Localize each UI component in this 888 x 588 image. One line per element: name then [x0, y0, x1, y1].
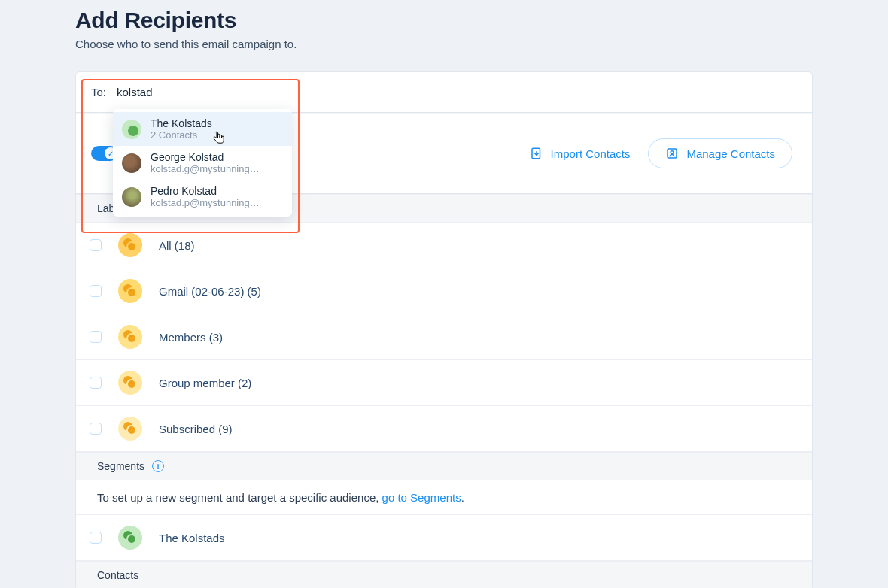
label-text: Members (3) — [159, 331, 223, 344]
segment-row[interactable]: The Kolstads — [76, 515, 812, 561]
label-row[interactable]: Members (3) — [76, 314, 812, 360]
contacts-section-header: Contacts — [76, 561, 812, 588]
manage-contacts-label: Manage Contacts — [686, 147, 775, 160]
segments-help-suffix: . — [461, 491, 464, 504]
import-contacts-button[interactable]: Import Contacts — [530, 147, 631, 160]
label-text: All (18) — [159, 239, 195, 252]
segment-icon — [118, 526, 142, 550]
segment-text: The Kolstads — [159, 532, 225, 544]
import-contacts-label: Import Contacts — [551, 147, 631, 160]
autocomplete-sub: kolstad.p@mystunning… — [151, 197, 260, 208]
avatar-icon — [122, 153, 141, 173]
info-icon[interactable]: i — [152, 460, 164, 472]
autocomplete-dropdown: The Kolstads 2 Contacts George Kolstad k… — [113, 109, 292, 217]
segments-section-header: Segments i — [76, 452, 812, 480]
to-label: To: — [91, 86, 106, 99]
autocomplete-item[interactable]: George Kolstad kolstad.g@mystunning… — [113, 146, 292, 180]
label-text: Gmail (02-06-23) (5) — [159, 285, 261, 298]
autocomplete-title: The Kolstads — [151, 117, 212, 129]
label-icon — [118, 233, 142, 257]
label-row[interactable]: Group member (2) — [76, 360, 812, 406]
to-input[interactable] — [117, 86, 801, 99]
autocomplete-sub: 2 Contacts — [151, 129, 212, 141]
page-subtitle: Choose who to send this email campaign t… — [75, 38, 813, 50]
avatar-icon — [122, 187, 141, 207]
contacts-icon — [665, 147, 679, 160]
label-row[interactable]: All (18) — [76, 223, 812, 268]
page-title: Add Recipients — [75, 0, 813, 33]
manage-contacts-button[interactable]: Manage Contacts — [648, 138, 792, 168]
autocomplete-sub: kolstad.g@mystunning… — [151, 163, 260, 174]
checkbox[interactable] — [90, 423, 102, 435]
segments-section-title: Segments — [97, 460, 144, 472]
group-avatar-icon — [122, 120, 141, 139]
autocomplete-title: Pedro Kolstad — [151, 185, 260, 197]
label-row[interactable]: Gmail (02-06-23) (5) — [76, 268, 812, 314]
autocomplete-item[interactable]: The Kolstads 2 Contacts — [113, 112, 292, 146]
label-icon — [118, 371, 142, 395]
autocomplete-item[interactable]: Pedro Kolstad kolstad.p@mystunning… — [113, 180, 292, 214]
label-icon — [118, 279, 142, 303]
segments-help-prefix: To set up a new segment and target a spe… — [97, 491, 382, 504]
checkbox[interactable] — [90, 285, 102, 297]
label-icon — [118, 325, 142, 349]
go-to-segments-link[interactable]: go to Segments — [382, 491, 461, 504]
label-row[interactable]: Subscribed (9) — [76, 406, 812, 452]
to-row: To: — [76, 72, 812, 113]
svg-point-2 — [671, 151, 674, 154]
contacts-section-title: Contacts — [97, 569, 138, 581]
label-text: Group member (2) — [159, 377, 251, 389]
checkbox[interactable] — [90, 331, 102, 343]
label-text: Subscribed (9) — [159, 423, 233, 435]
autocomplete-title: George Kolstad — [151, 151, 260, 163]
checkbox[interactable] — [90, 239, 102, 251]
checkbox[interactable] — [90, 532, 102, 544]
label-icon — [118, 417, 142, 441]
import-icon — [530, 147, 543, 160]
segments-help: To set up a new segment and target a spe… — [76, 480, 812, 515]
checkbox[interactable] — [90, 377, 102, 389]
